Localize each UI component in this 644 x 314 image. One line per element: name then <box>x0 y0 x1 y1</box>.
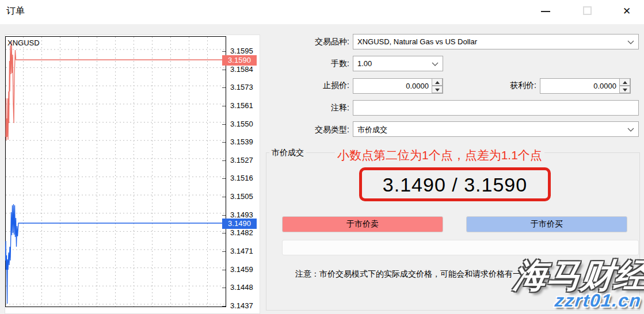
axis-tick <box>222 178 226 179</box>
axis-tick <box>222 215 226 216</box>
take-profit-label: 获利价: <box>467 81 536 91</box>
minimize-icon[interactable] <box>532 0 559 23</box>
tick-chart-panel: XNGUSD 3.15953.15843.15733.15613.15503.1… <box>5 35 260 314</box>
axis-tick <box>222 106 226 106</box>
order-progress-strip <box>282 240 639 255</box>
window-title: 订单 <box>6 5 25 17</box>
bid-ask-quote: 3.1490 / 3.1590 <box>383 174 527 196</box>
axis-tick <box>222 288 226 288</box>
spin-up-icon[interactable] <box>432 78 443 86</box>
watermark-site: zzrt01.cn <box>554 290 642 311</box>
comment-label: 注释: <box>280 103 349 113</box>
spin-down-icon[interactable] <box>619 86 630 93</box>
ask-price-badge: 3.1590 <box>222 55 257 66</box>
axis-tick <box>222 251 226 252</box>
axis-tick <box>222 270 226 270</box>
axis-tick <box>222 306 226 307</box>
volume-label: 手数: <box>280 59 349 69</box>
axis-price-label: 3.1471 <box>230 247 260 256</box>
axis-tick <box>222 70 226 70</box>
axis-price-label: 3.1561 <box>230 101 260 110</box>
axis-price-label: 3.1516 <box>230 174 260 183</box>
axis-price-label: 3.1482 <box>230 228 260 238</box>
spin-down-icon[interactable] <box>432 86 443 93</box>
axis-price-label: 3.1437 <box>230 301 260 311</box>
stop-loss-input[interactable]: 0.0000 <box>353 78 443 94</box>
axis-price-label: 3.1550 <box>230 120 260 129</box>
maximize-icon[interactable] <box>574 0 601 23</box>
volume-select-value: 1.00 <box>357 59 372 68</box>
chevron-down-icon <box>432 62 439 66</box>
axis-tick <box>222 160 226 161</box>
chevron-down-icon <box>627 40 634 44</box>
axis-price-label: 3.1539 <box>230 137 260 147</box>
sell-by-market-button[interactable]: 于市价卖 <box>282 216 443 232</box>
spin-up-icon[interactable] <box>619 78 630 86</box>
close-icon[interactable]: ✕ <box>613 0 640 23</box>
stop-loss-value: 0.0000 <box>406 82 429 90</box>
trade-type-value: 市价成交 <box>357 125 387 134</box>
stop-loss-label: 止损价: <box>280 81 349 91</box>
axis-tick <box>222 233 226 233</box>
spread-annotation: 小数点第二位为1个点，点差为1.1个点 <box>335 147 544 163</box>
tick-chart <box>5 36 227 308</box>
axis-price-label: 3.1584 <box>230 65 260 74</box>
axis-tick <box>222 124 226 125</box>
axis-price-label: 3.1595 <box>230 47 260 56</box>
symbol-select[interactable]: XNGUSD, Natural Gas vs US Dollar <box>353 34 639 49</box>
axis-tick <box>222 51 226 52</box>
axis-price-label: 3.1573 <box>230 83 260 92</box>
chart-symbol-label: XNGUSD <box>7 39 40 47</box>
title-bar: 订单 ✕ <box>0 0 644 24</box>
chevron-down-icon <box>627 128 634 132</box>
comment-input[interactable] <box>353 100 639 116</box>
volume-select[interactable]: 1.00 <box>353 56 443 71</box>
axis-price-label: 3.1505 <box>230 192 260 201</box>
market-execution-group-label: 市价成交 <box>269 148 306 158</box>
quote-highlight-box: 3.1490 / 3.1590 <box>359 167 551 201</box>
symbol-select-value: XNGUSD, Natural Gas vs US Dollar <box>357 37 477 46</box>
axis-price-label: 3.1448 <box>230 283 260 292</box>
axis-tick <box>222 87 226 88</box>
axis-price-label: 3.1527 <box>230 156 260 165</box>
axis-tick <box>222 142 226 143</box>
axis-price-label: 3.1459 <box>230 265 260 274</box>
buy-by-market-button[interactable]: 于市价买 <box>466 216 627 232</box>
trade-type-label: 交易类型: <box>280 125 349 135</box>
bid-price-badge: 3.1490 <box>222 219 257 229</box>
axis-tick <box>222 197 226 197</box>
take-profit-input[interactable]: 0.0000 <box>540 78 631 94</box>
order-dialog: 订单 ✕ XNGUSD 3.15953.15843.15733.15613.15… <box>0 0 644 314</box>
symbol-label: 交易品种: <box>280 37 349 47</box>
trade-type-select[interactable]: 市价成交 <box>353 121 639 137</box>
take-profit-value: 0.0000 <box>593 82 616 90</box>
